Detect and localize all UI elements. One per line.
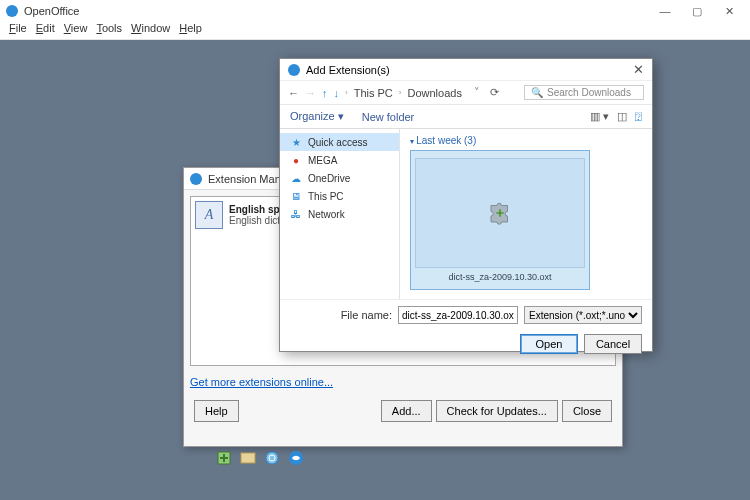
monitor-icon: 🖥 (290, 190, 302, 202)
filename-input[interactable] (398, 306, 518, 324)
breadcrumb-sep-icon: › (345, 88, 348, 97)
file-dialog: Add Extension(s) ✕ ← → ↑ ↓ › This PC › D… (279, 58, 653, 352)
sidebar-item-quick-access[interactable]: ★Quick access (280, 133, 399, 151)
sidebar-label: OneDrive (308, 173, 350, 184)
preview-pane-button[interactable]: ◫ (617, 110, 627, 123)
app-icon[interactable] (288, 450, 304, 466)
close-button[interactable]: ✕ (714, 2, 744, 20)
menu-file[interactable]: FFileile (6, 22, 30, 39)
help-button[interactable]: Help (194, 400, 239, 422)
search-placeholder: Search Downloads (547, 87, 631, 98)
start-center-icons (216, 450, 304, 466)
app-title: OpenOffice (24, 5, 79, 17)
menu-edit[interactable]: Edit (33, 22, 58, 39)
app-logo-icon (6, 5, 18, 17)
cancel-button[interactable]: Cancel (584, 334, 642, 354)
file-group-last-week[interactable]: Last week (3) (410, 135, 642, 146)
file-dialog-titlebar: Add Extension(s) ✕ (280, 59, 652, 81)
view-options-button[interactable]: ▥ ▾ (590, 110, 609, 123)
file-thumbnail (415, 158, 585, 268)
filetype-select[interactable]: Extension (*.oxt;*.uno.pkg;*.zip (524, 306, 642, 324)
extension-thumb-icon: A (195, 201, 223, 229)
breadcrumb-this-pc[interactable]: This PC (354, 87, 393, 99)
sidebar-label: Network (308, 209, 345, 220)
file-dialog-nav: ← → ↑ ↓ › This PC › Downloads ˅ ⟳ 🔍 Sear… (280, 81, 652, 105)
file-dialog-footer: File name: Extension (*.oxt;*.uno.pkg;*.… (280, 299, 652, 360)
menu-tools[interactable]: Tools (93, 22, 125, 39)
refresh-button[interactable]: ⟳ (490, 86, 499, 99)
menu-view[interactable]: View (61, 22, 91, 39)
file-item-selected[interactable]: dict-ss_za-2009.10.30.oxt (410, 150, 590, 290)
sidebar-item-network[interactable]: 🖧Network (280, 205, 399, 223)
sidebar-item-onedrive[interactable]: ☁OneDrive (280, 169, 399, 187)
sidebar-label: Quick access (308, 137, 367, 148)
app-titlebar: OpenOffice — ▢ ✕ (0, 0, 750, 22)
sidebar-item-this-pc[interactable]: 🖥This PC (280, 187, 399, 205)
ext-mgr-logo-icon (190, 173, 202, 185)
sidebar-label: This PC (308, 191, 344, 202)
open-button[interactable]: Open (520, 334, 578, 354)
menu-window[interactable]: Window (128, 22, 173, 39)
breadcrumb-downloads[interactable]: Downloads (407, 87, 461, 99)
help-icon[interactable]: ⍰ (635, 110, 642, 123)
breadcrumb-chevron-icon[interactable]: ˅ (474, 86, 480, 99)
sidebar-item-mega[interactable]: ●MEGA (280, 151, 399, 169)
svg-point-2 (266, 452, 278, 464)
sidebar-label: MEGA (308, 155, 337, 166)
file-dialog-toolbar: Organize ▾ New folder ▥ ▾ ◫ ⍰ (280, 105, 652, 129)
get-more-extensions-link[interactable]: Get more extensions online... (190, 376, 616, 388)
menubar: FFileile Edit View Tools Window Help (0, 22, 750, 40)
minimize-button[interactable]: — (650, 2, 680, 20)
star-icon: ★ (290, 136, 302, 148)
new-folder-button[interactable]: New folder (362, 111, 415, 123)
menu-help[interactable]: Help (176, 22, 205, 39)
add-extension-icon[interactable] (216, 450, 232, 466)
update-icon[interactable] (264, 450, 280, 466)
check-updates-button[interactable]: Check for Updates... (436, 400, 558, 422)
file-dialog-main: Last week (3) dict-ss_za-2009.10.30.oxt (400, 129, 652, 299)
search-icon: 🔍 (531, 87, 543, 98)
add-button[interactable]: Add... (381, 400, 432, 422)
file-dialog-title: Add Extension(s) (306, 64, 390, 76)
nav-back-button[interactable]: ← (288, 87, 299, 99)
puzzle-icon (485, 198, 515, 228)
cloud-icon: ☁ (290, 172, 302, 184)
nav-up-button[interactable]: ↑ (322, 87, 328, 99)
mega-icon: ● (290, 154, 302, 166)
file-dialog-close-button[interactable]: ✕ (633, 62, 644, 77)
svg-rect-1 (241, 453, 255, 463)
breadcrumb-sep-icon: › (399, 88, 402, 97)
close-ext-mgr-button[interactable]: Close (562, 400, 612, 422)
file-dialog-logo-icon (288, 64, 300, 76)
file-label: dict-ss_za-2009.10.30.oxt (448, 272, 551, 282)
search-box[interactable]: 🔍 Search Downloads (524, 85, 644, 100)
nav-forward-button[interactable]: → (305, 87, 316, 99)
maximize-button[interactable]: ▢ (682, 2, 712, 20)
organize-button[interactable]: Organize ▾ (290, 110, 344, 123)
file-dialog-sidebar: ★Quick access ●MEGA ☁OneDrive 🖥This PC 🖧… (280, 129, 400, 299)
nav-dropdown-icon[interactable]: ↓ (334, 87, 340, 99)
filename-label: File name: (341, 309, 392, 321)
network-icon: 🖧 (290, 208, 302, 220)
templates-icon[interactable] (240, 450, 256, 466)
